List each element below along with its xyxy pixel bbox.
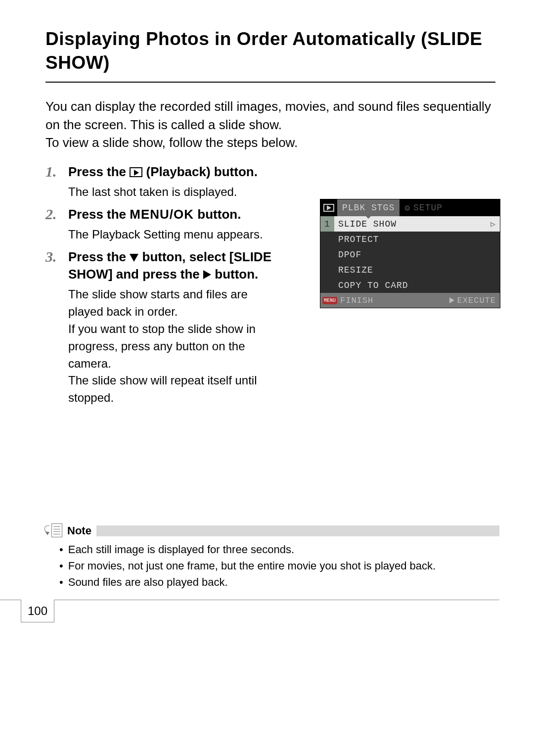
menu-item-label: RESIZE: [338, 265, 496, 275]
playback-icon: [130, 167, 142, 177]
step-1: 1. Press the (Playback) button. The last…: [45, 163, 495, 201]
down-triangle-icon: [130, 254, 138, 262]
menu-item-label: SLIDE SHOW: [338, 219, 490, 229]
tab-plbk-stgs: PLBK STGS: [337, 199, 400, 216]
submenu-arrow-icon: ▷: [490, 219, 496, 229]
text: (Playback) button.: [142, 164, 258, 179]
right-triangle-icon: [203, 270, 211, 279]
menu-item: DPOF: [320, 247, 500, 262]
menu-item-label: PROTECT: [338, 235, 496, 244]
menu-item: COPY TO CARD: [320, 278, 500, 293]
text: Press the: [68, 164, 130, 179]
menu-footer: MENU FINISH EXECUTE: [320, 293, 500, 308]
menu-tabs: PLBK STGS ⚙SETUP: [320, 199, 500, 216]
footer-execute-label: EXECUTE: [457, 296, 496, 305]
page-title: Displaying Photos in Order Automatically…: [45, 27, 495, 83]
step-heading: Press the (Playback) button.: [68, 163, 495, 181]
footer-finish-label: FINISH: [340, 296, 373, 305]
menu-item-selected: 1 SLIDE SHOW ▷: [320, 216, 500, 232]
page-number: 100: [21, 600, 54, 622]
menu-item: PROTECT: [320, 232, 500, 247]
text: button.: [211, 267, 258, 282]
note-item: Each still image is displayed for three …: [68, 541, 499, 558]
note-icon: [45, 523, 62, 538]
note-header-bar: [96, 525, 499, 536]
step-number: 2.: [45, 206, 68, 223]
text: Press the: [68, 249, 130, 264]
step-number: 3.: [45, 248, 68, 266]
note-label: Note: [67, 524, 91, 537]
step-heading: Press the button, select [SLIDE SHOW] an…: [68, 248, 281, 283]
intro-text: You can display the recorded still image…: [45, 97, 495, 151]
menu-item-label: DPOF: [338, 250, 496, 260]
menu-item: RESIZE: [320, 262, 500, 278]
step-description: The slide show starts and files are play…: [68, 286, 281, 407]
menu-badge-icon: MENU: [322, 297, 337, 304]
playback-mode-icon: [320, 199, 337, 216]
note-item: Sound files are also played back.: [68, 574, 499, 590]
menu-body: 1 SLIDE SHOW ▷ PROTECT DPOF RESIZE COPY …: [320, 216, 500, 293]
page-indicator: 1: [320, 216, 334, 232]
text: button.: [194, 207, 241, 222]
camera-menu-screenshot: PLBK STGS ⚙SETUP 1 SLIDE SHOW ▷ PROTECT …: [320, 199, 500, 308]
text: Press the: [68, 207, 130, 222]
tab-setup: ⚙SETUP: [400, 199, 447, 216]
menu-ok-label: MENU/OK: [130, 207, 194, 222]
note-block: Note Each still image is displayed for t…: [45, 523, 499, 590]
footer-rule: [0, 600, 499, 600]
menu-item-label: COPY TO CARD: [338, 281, 496, 290]
step-number: 1.: [45, 163, 68, 181]
right-triangle-icon: [449, 297, 454, 303]
text: SETUP: [413, 203, 443, 213]
note-item: For movies, not just one frame, but the …: [68, 558, 499, 574]
note-list: Each still image is displayed for three …: [45, 541, 499, 590]
